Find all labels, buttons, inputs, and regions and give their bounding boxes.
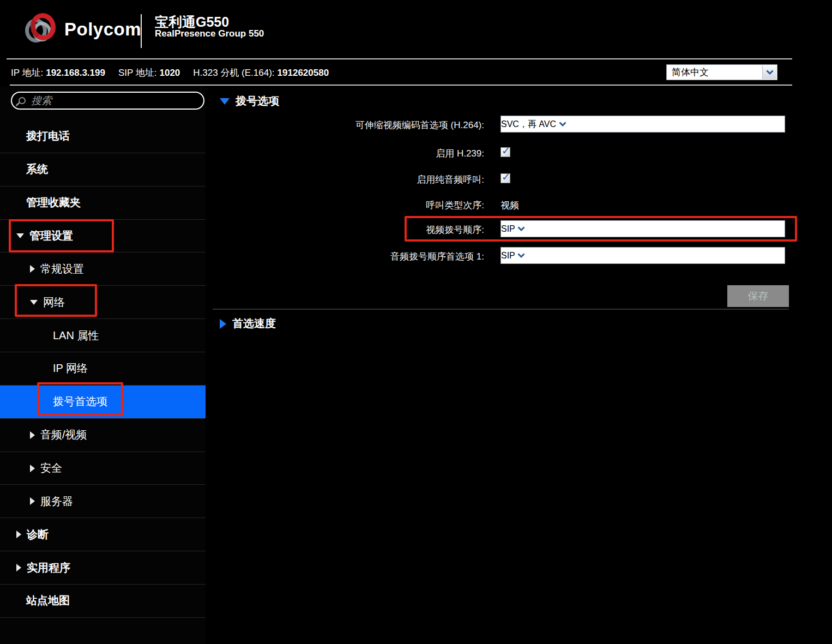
svc-preference-row: 可伸缩视频编码首选项 (H.264): SVC，再 AVC: [213, 116, 797, 133]
chevron-down-icon: [559, 122, 566, 127]
h323-extension-label: H.323 分机 (E.164):: [193, 68, 274, 78]
sidebar-item-label: IP 网络: [53, 361, 88, 376]
header-divider: [141, 14, 142, 48]
video-dial-order-label: 视频拨号顺序:: [426, 224, 484, 236]
sidebar-item-label: 管理收藏夹: [26, 195, 81, 210]
h239-checkbox[interactable]: [501, 147, 510, 157]
sidebar-item-audio-video[interactable]: 音频/视频: [0, 419, 206, 452]
sidebar-item-label: LAN 属性: [53, 328, 99, 343]
preferred-speed-title: 首选速度: [232, 316, 276, 331]
sidebar-item-admin-settings[interactable]: 管理设置: [0, 220, 206, 253]
chevron-down-icon: [517, 253, 525, 258]
sidebar-item-label: 实用程序: [27, 561, 70, 575]
dial-options-title: 拨号选项: [236, 94, 279, 109]
sidebar-item-lan-properties[interactable]: LAN 属性: [0, 319, 206, 352]
video-dial-order-value: SIP: [501, 224, 515, 233]
app-header: Polycom 宝利通G550 RealPresence Group 550: [0, 0, 832, 58]
chevron-down-icon: [766, 70, 774, 75]
audio-dial-order-value: SIP: [501, 251, 515, 260]
sidebar-item-label: 安全: [40, 461, 62, 476]
triangle-right-icon: [30, 431, 35, 439]
call-order-row: 呼叫类型次序: 视频: [213, 199, 797, 210]
triangle-down-icon: [30, 300, 38, 305]
sidebar-item-place-call[interactable]: 拨打电话: [0, 120, 206, 153]
dial-options-section-header[interactable]: 拨号选项: [220, 94, 279, 109]
ip-address-group: IP 地址:192.168.3.199: [11, 67, 105, 79]
triangle-down-icon: [16, 233, 24, 238]
sidebar-item-ip-network[interactable]: IP 网络: [0, 352, 206, 386]
audio-only-row: 启用纯音频呼叫:: [213, 173, 797, 184]
triangle-right-icon: [30, 465, 35, 472]
video-dial-order-row: 视频拨号顺序: SIP: [213, 220, 797, 237]
h239-row: 启用 H.239:: [213, 147, 797, 158]
section-divider: [213, 309, 789, 310]
sidebar-search[interactable]: [11, 92, 204, 110]
audio-dial-dropdown-button[interactable]: [517, 251, 525, 260]
header-bottom-rule: [7, 58, 792, 59]
section-collapsed-icon: [220, 319, 226, 329]
sidebar-item-general-settings[interactable]: 常规设置: [0, 252, 206, 286]
sidebar-item-label: 拨打电话: [26, 129, 70, 143]
sidebar-item-label: 系统: [26, 162, 48, 177]
sidebar-item-network[interactable]: 网络: [0, 286, 206, 319]
language-dropdown-button[interactable]: [762, 65, 776, 79]
audio-only-checkbox[interactable]: [501, 173, 510, 183]
polycom-logo: Polycom: [24, 12, 141, 47]
svc-preference-label: 可伸缩视频编码首选项 (H.264):: [355, 119, 484, 131]
svc-preference-value: SVC，再 AVC: [501, 119, 556, 129]
sidebar-item-system[interactable]: 系统: [0, 153, 206, 186]
polycom-logo-icon: [24, 12, 60, 47]
sip-address-label: SIP 地址:: [118, 68, 157, 78]
sidebar-item-label: 站点地图: [26, 593, 70, 608]
video-dial-dropdown-button[interactable]: [517, 224, 525, 233]
svc-preference-select[interactable]: SVC，再 AVC: [501, 116, 785, 133]
sip-address-value: 1020: [159, 68, 180, 78]
h323-extension-group: H.323 分机 (E.164):1912620580: [193, 67, 329, 79]
audio-dial-order-label: 音频拨号顺序首选项 1:: [390, 250, 484, 263]
sidebar-item-label: 网络: [43, 295, 65, 310]
product-subtitle: RealPresence Group 550: [155, 28, 264, 39]
audio-only-label: 启用纯音频呼叫:: [417, 173, 484, 186]
sidebar-item-security[interactable]: 安全: [0, 452, 206, 485]
sidebar-item-label: 音频/视频: [40, 428, 87, 442]
sidebar-item-site-map[interactable]: 站点地图: [0, 585, 206, 618]
page: Polycom 宝利通G550 RealPresence Group 550 I…: [0, 0, 832, 644]
sidebar-item-servers[interactable]: 服务器: [0, 485, 206, 518]
sidebar-item-diagnostics[interactable]: 诊断: [0, 518, 206, 551]
audio-dial-order-select[interactable]: SIP: [501, 247, 785, 264]
sip-address-group: SIP 地址:1020: [118, 67, 180, 79]
triangle-right-icon: [30, 497, 35, 505]
chevron-down-icon: [517, 226, 525, 232]
ip-address-value: 192.168.3.199: [46, 68, 105, 78]
triangle-right-icon: [16, 531, 21, 538]
sidebar-item-label: 常规设置: [40, 262, 84, 276]
sidebar-item-dialing-preference[interactable]: 拨号首选项: [0, 386, 206, 419]
sidebar-item-label: 拨号首选项: [53, 394, 107, 409]
device-info-bar: IP 地址:192.168.3.199 SIP 地址:1020 H.323 分机…: [11, 67, 329, 79]
language-selected-value: 简体中文: [667, 65, 777, 80]
sidebar-item-utilities[interactable]: 实用程序: [0, 551, 206, 585]
svc-dropdown-button[interactable]: [559, 119, 566, 129]
audio-dial-order-row: 音频拨号顺序首选项 1: SIP: [213, 247, 797, 264]
sidebar: 拨打电话 系统 管理收藏夹 管理设置 常规设置 网络 LAN 属性: [0, 86, 206, 644]
search-icon: [19, 97, 26, 104]
call-order-label: 呼叫类型次序:: [426, 199, 484, 212]
infobar-bottom-rule: [10, 85, 792, 86]
language-select[interactable]: 简体中文: [666, 64, 777, 80]
search-input[interactable]: [31, 95, 197, 107]
h239-label: 启用 H.239:: [436, 147, 484, 160]
section-expanded-icon: [220, 98, 230, 105]
sidebar-item-label: 诊断: [27, 527, 49, 542]
video-dial-order-select[interactable]: SIP: [501, 220, 785, 237]
save-button[interactable]: 保存: [727, 285, 789, 307]
ip-address-label: IP 地址:: [11, 68, 43, 78]
sidebar-item-label: 管理设置: [29, 228, 73, 243]
preferred-speed-section-header[interactable]: 首选速度: [220, 316, 276, 331]
triangle-right-icon: [30, 265, 35, 273]
sidebar-nav: 拨打电话 系统 管理收藏夹 管理设置 常规设置 网络 LAN 属性: [0, 120, 206, 618]
logo-wordmark: Polycom: [64, 19, 141, 40]
h323-extension-value: 1912620580: [278, 68, 329, 78]
sidebar-item-label: 服务器: [40, 494, 73, 509]
call-order-value: 视频: [501, 199, 519, 212]
sidebar-item-manage-favorites[interactable]: 管理收藏夹: [0, 186, 206, 220]
